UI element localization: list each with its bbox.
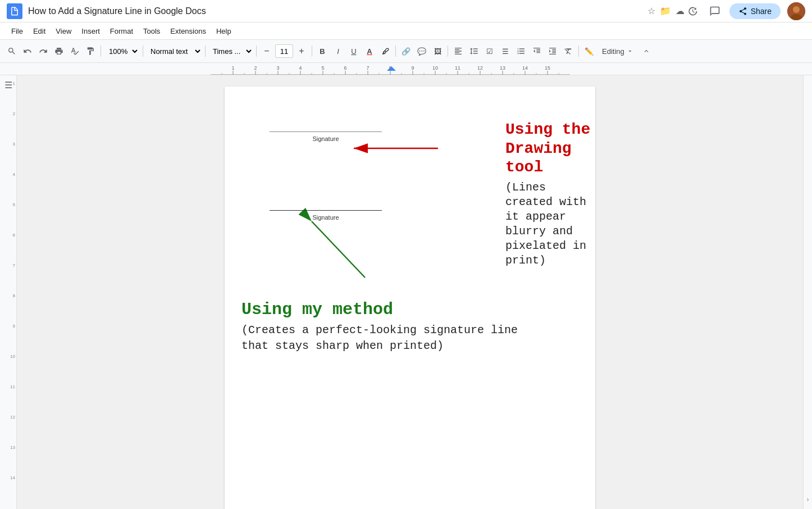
font-size-increase[interactable]: + bbox=[294, 44, 309, 58]
doc-container: Signature Signature Using the Drawing to… bbox=[17, 75, 803, 509]
spellcheck-button[interactable] bbox=[67, 44, 82, 58]
menu-format[interactable]: Format bbox=[106, 25, 138, 38]
annotation-method-title: Using my method bbox=[241, 300, 518, 319]
svg-text:11: 11 bbox=[455, 65, 460, 71]
list-button[interactable]: ☰ bbox=[498, 44, 513, 58]
indent-decrease-button[interactable] bbox=[530, 44, 544, 58]
indent-increase-button[interactable] bbox=[545, 44, 560, 58]
font-select[interactable]: Times ...Arial bbox=[208, 46, 253, 57]
numbered-list-button[interactable] bbox=[514, 44, 528, 58]
annotation-drawing-line2: (Lines created with it appear blurry and bbox=[505, 181, 586, 238]
redo-button[interactable] bbox=[36, 44, 51, 58]
ruler-mark-10: 10 bbox=[10, 354, 16, 384]
star-icon[interactable]: ☆ bbox=[647, 6, 655, 16]
title-right: Share bbox=[685, 2, 805, 20]
svg-text:6: 6 bbox=[344, 65, 346, 71]
sig-line-2 bbox=[270, 210, 382, 211]
bold-button[interactable]: B bbox=[315, 44, 330, 58]
collapse-right-button[interactable]: › bbox=[807, 496, 809, 503]
ruler-mark-8: 8 bbox=[13, 293, 16, 324]
svg-line-54 bbox=[312, 221, 365, 278]
annotation-method-line2: (Creates a perfect-looking signature lin… bbox=[241, 324, 518, 337]
menu-bar: File Edit View Insert Format Tools Exten… bbox=[0, 22, 812, 39]
folder-icon[interactable]: 📁 bbox=[660, 6, 671, 16]
menu-file[interactable]: File bbox=[7, 25, 28, 38]
sig-line-1 bbox=[270, 131, 382, 132]
left-ruler: 1 2 3 4 5 6 7 8 9 10 11 12 13 14 bbox=[8, 75, 16, 509]
svg-text:15: 15 bbox=[545, 65, 550, 71]
ruler-mark-2: 2 bbox=[13, 111, 16, 142]
undo-button[interactable] bbox=[20, 44, 35, 58]
line-spacing-button[interactable] bbox=[467, 44, 481, 58]
menu-view[interactable]: View bbox=[51, 25, 76, 38]
ruler-mark-9: 9 bbox=[13, 324, 16, 354]
menu-edit[interactable]: Edit bbox=[29, 25, 50, 38]
svg-text:14: 14 bbox=[522, 65, 528, 71]
ruler-mark-12: 12 bbox=[10, 415, 16, 445]
search-button[interactable] bbox=[4, 44, 19, 58]
link-button[interactable]: 🔗 bbox=[399, 44, 413, 58]
ruler-mark-11: 11 bbox=[10, 384, 16, 415]
right-sidebar: › bbox=[803, 75, 812, 509]
main-area: ☰ 1 2 3 4 5 6 7 8 9 10 11 12 13 14 bbox=[0, 75, 812, 509]
align-button[interactable] bbox=[451, 44, 466, 58]
share-button[interactable]: Share bbox=[729, 3, 781, 19]
doc-title: How to Add a Signature Line in Google Do… bbox=[28, 6, 643, 16]
annotation-drawing-line3: pixelated in print) bbox=[505, 239, 586, 267]
underline-button[interactable]: U bbox=[346, 44, 361, 58]
comment-button[interactable]: 💬 bbox=[414, 44, 429, 58]
separator-7 bbox=[448, 46, 448, 57]
font-color-button[interactable]: A bbox=[362, 44, 377, 58]
title-bar: How to Add a Signature Line in Google Do… bbox=[0, 0, 812, 22]
separator-3 bbox=[205, 46, 206, 57]
ruler-mark-1: 1 bbox=[13, 81, 16, 111]
separator-8 bbox=[578, 46, 579, 57]
svg-text:1: 1 bbox=[231, 65, 234, 71]
page: Signature Signature Using the Drawing to… bbox=[225, 87, 595, 509]
sig-section-1: Signature bbox=[270, 131, 382, 142]
paint-format-button[interactable] bbox=[83, 44, 98, 58]
annotation-drawing: Using the Drawing tool (Lines created wi… bbox=[505, 120, 595, 268]
style-select[interactable]: Normal textHeading 1Heading 2 bbox=[146, 46, 202, 57]
italic-button[interactable]: I bbox=[331, 44, 345, 58]
zoom-select[interactable]: 100%75%125% bbox=[104, 45, 140, 58]
font-size-decrease[interactable]: − bbox=[259, 44, 274, 58]
ruler-mark-7: 7 bbox=[13, 263, 16, 293]
separator-1 bbox=[101, 46, 101, 57]
annotation-method: Using my method (Creates a perfect-looki… bbox=[241, 300, 518, 354]
avatar bbox=[787, 2, 805, 20]
ruler-mark-3: 3 bbox=[13, 142, 16, 172]
svg-text:5: 5 bbox=[321, 65, 324, 71]
image-button[interactable]: 🖼 bbox=[430, 44, 445, 58]
print-button[interactable] bbox=[52, 44, 66, 58]
left-sidebar: ☰ 1 2 3 4 5 6 7 8 9 10 11 12 13 14 bbox=[0, 75, 17, 509]
doc-icon bbox=[7, 3, 22, 19]
svg-text:2: 2 bbox=[254, 65, 257, 71]
menu-tools[interactable]: Tools bbox=[139, 25, 165, 38]
menu-extensions[interactable]: Extensions bbox=[166, 25, 211, 38]
highlight-button[interactable]: 🖊 bbox=[378, 44, 393, 58]
separator-6 bbox=[395, 46, 396, 57]
ruler-mark-5: 5 bbox=[13, 202, 16, 233]
edit-mode-button[interactable]: ✏️ bbox=[582, 44, 596, 58]
ruler-mark-4: 4 bbox=[13, 172, 16, 202]
menu-help[interactable]: Help bbox=[212, 25, 236, 38]
svg-text:12: 12 bbox=[477, 65, 483, 71]
ruler: 1 2 3 4 5 6 7 8 9 10 11 bbox=[0, 63, 812, 75]
comment-icon[interactable] bbox=[707, 3, 723, 19]
menu-insert[interactable]: Insert bbox=[77, 25, 104, 38]
checklist-button[interactable]: ☑ bbox=[482, 44, 497, 58]
sig-label-1: Signature bbox=[270, 135, 382, 142]
separator-2 bbox=[143, 46, 143, 57]
font-size-input[interactable] bbox=[275, 44, 293, 58]
annotation-drawing-subtitle: (Lines created with it appear blurry and… bbox=[505, 180, 595, 268]
ruler-mark-14: 14 bbox=[10, 475, 16, 506]
history-icon[interactable] bbox=[685, 3, 700, 19]
ruler-mark-13: 13 bbox=[10, 445, 16, 475]
clear-format-button[interactable] bbox=[561, 44, 576, 58]
sig-section-2: Signature bbox=[270, 210, 382, 221]
svg-text:7: 7 bbox=[366, 65, 369, 71]
collapse-toolbar-button[interactable] bbox=[639, 44, 654, 58]
cloud-icon[interactable]: ☁ bbox=[676, 6, 685, 16]
editing-dropdown[interactable]: Editing bbox=[597, 46, 638, 57]
